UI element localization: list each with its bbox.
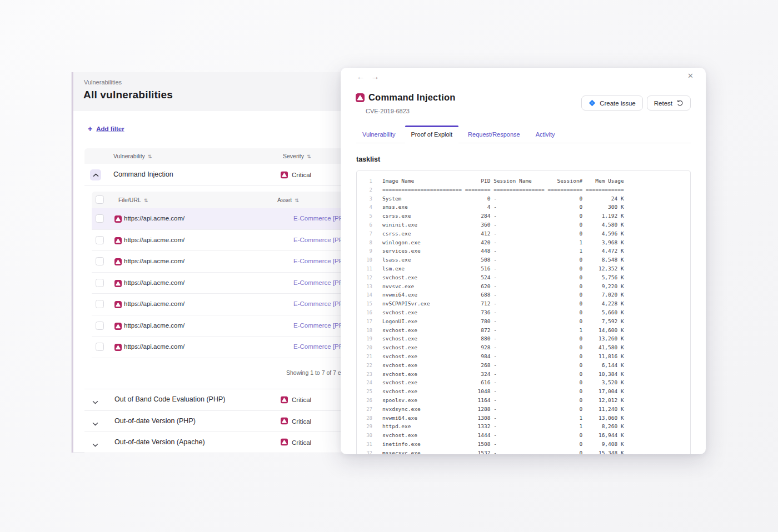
line-number: 15: [363, 301, 372, 307]
column-header-file-url[interactable]: File/URL⇅: [118, 197, 148, 203]
line-number: 3: [363, 196, 372, 202]
page-title: All vulnerabilities: [83, 89, 173, 101]
sort-icon: ⇅: [148, 154, 152, 159]
chevron-down-icon[interactable]: [92, 397, 98, 407]
url-row[interactable]: https://api.acme.com/ E-Commerce [PP]: [92, 230, 362, 252]
critical-severity-icon: [281, 171, 288, 178]
vulnerability-row-expanded[interactable]: Command Injection Critical: [84, 164, 362, 186]
asset-link[interactable]: E-Commerce [PP]: [293, 279, 345, 286]
select-all-checkbox[interactable]: [96, 195, 104, 204]
url-link[interactable]: https://api.acme.com/: [124, 215, 184, 222]
code-text: svchost.exe 524 - 0 5,756 K: [382, 274, 624, 280]
line-number: 22: [363, 363, 372, 368]
row-checkbox[interactable]: [96, 322, 104, 330]
critical-severity-icon: [281, 439, 288, 446]
chevron-down-icon[interactable]: [92, 419, 98, 429]
code-line: 2 ========================= ======== ===…: [363, 187, 684, 195]
code-text: nvvsvc.exe 620 - 0 9,220 K: [382, 283, 624, 289]
create-issue-button[interactable]: Create issue: [581, 96, 643, 111]
row-checkbox[interactable]: [96, 236, 104, 244]
line-number: 27: [363, 406, 372, 412]
url-row[interactable]: https://api.acme.com/ E-Commerce [PP]: [92, 315, 362, 337]
asset-link[interactable]: E-Commerce [PP]: [293, 300, 345, 307]
row-checkbox[interactable]: [96, 343, 104, 351]
row-checkbox[interactable]: [96, 257, 104, 265]
tab-label: Activity: [536, 131, 555, 138]
url-link[interactable]: https://api.acme.com/: [124, 237, 184, 243]
code-text: svchost.exe 268 - 0 6,144 K: [382, 362, 624, 368]
vulnerability-name: Out of Band Code Evaluation (PHP): [114, 395, 225, 403]
line-number: 30: [363, 433, 372, 438]
vulnerability-row[interactable]: Out of Band Code Evaluation (PHP) Critic…: [84, 389, 362, 410]
code-text: lsm.exe 516 - 0 12,352 K: [382, 265, 624, 272]
column-header-vulnerability[interactable]: Vulnerability⇅: [113, 153, 152, 159]
code-line: 3 System 0 - 0 24 K: [363, 195, 684, 204]
vulnerability-row[interactable]: Out-of-date Version (PHP) Critical: [84, 410, 362, 432]
code-line: 31 inetinfo.exe 1508 - 0 9,408 K: [363, 441, 684, 450]
line-number: 28: [363, 415, 372, 421]
vulnerability-row[interactable]: Out-of-date Version (Apache) Critical: [84, 431, 362, 453]
row-checkbox[interactable]: [96, 279, 104, 287]
vulnerability-detail-drawer: ← → ✕ Command Injection CVE-2019-6823 Cr…: [341, 68, 706, 454]
asset-link[interactable]: E-Commerce [PP]: [293, 322, 345, 329]
code-line: 16 svchost.exe 736 - 0 5,660 K: [363, 309, 684, 318]
asset-link[interactable]: E-Commerce [PP]: [293, 258, 345, 264]
column-header-severity[interactable]: Severity⇅: [283, 153, 311, 159]
url-link[interactable]: https://api.acme.com/: [124, 300, 184, 307]
code-line: 30 svchost.exe 1444 - 0 16,944 K: [363, 432, 684, 441]
asset-link[interactable]: E-Commerce [PP]: [293, 215, 345, 222]
url-link[interactable]: https://api.acme.com/: [124, 279, 184, 286]
add-filter-button[interactable]: + Add filter: [88, 125, 124, 133]
code-line: 19 svchost.exe 880 - 0 13,260 K: [363, 335, 684, 344]
code-line: 21 svchost.exe 984 - 0 11,816 K: [363, 353, 684, 362]
sort-icon: ⇅: [295, 198, 299, 203]
tab[interactable]: Activity: [530, 126, 561, 143]
tab[interactable]: Request/Response: [462, 126, 526, 143]
chevron-down-icon[interactable]: [92, 440, 98, 450]
code-text: spoolsv.exe 1164 - 0 12,012 K: [382, 397, 624, 403]
drawer-title-row: Command Injection: [356, 92, 456, 103]
column-header-asset[interactable]: Asset⇅: [277, 197, 299, 203]
line-number: 8: [363, 240, 372, 245]
close-icon[interactable]: ✕: [687, 72, 694, 80]
url-row[interactable]: https://api.acme.com/ E-Commerce [PP]: [92, 337, 362, 358]
code-line: 12 svchost.exe 524 - 0 5,756 K: [363, 274, 684, 283]
line-number: 26: [363, 398, 372, 403]
row-checkbox[interactable]: [96, 214, 104, 223]
code-line: 22 svchost.exe 268 - 0 6,144 K: [363, 362, 684, 371]
exploit-command-title: tasklist: [356, 155, 380, 163]
severity-label: Critical: [292, 397, 311, 403]
code-text: csrss.exe 284 - 0 1,192 K: [382, 213, 624, 219]
breadcrumb[interactable]: Vulnerabilities: [84, 79, 122, 86]
retest-button[interactable]: Retest: [647, 96, 691, 111]
asset-link[interactable]: E-Commerce [PP]: [293, 237, 345, 243]
url-row[interactable]: https://api.acme.com/ E-Commerce [PP]: [92, 251, 362, 273]
collapse-button[interactable]: [90, 169, 101, 180]
url-row[interactable]: https://api.acme.com/ E-Commerce [PP]: [92, 294, 362, 315]
tab-label: Proof of Exploit: [411, 131, 453, 138]
url-link[interactable]: https://api.acme.com/: [124, 322, 184, 329]
tab[interactable]: Vulnerability: [356, 126, 402, 143]
jira-icon: [589, 99, 596, 107]
back-arrow-icon[interactable]: ←: [355, 71, 366, 82]
line-number: 21: [363, 354, 372, 359]
code-line: 25 svchost.exe 1048 - 0 17,004 K: [363, 388, 684, 397]
severity-badge: Critical: [281, 439, 311, 446]
code-text: nvxdsync.exe 1288 - 0 11,240 K: [382, 406, 624, 412]
drawer-actions: Create issue Retest: [581, 96, 691, 111]
row-checkbox[interactable]: [96, 300, 104, 308]
code-line: 20 svchost.exe 928 - 0 41,580 K: [363, 344, 684, 353]
url-link[interactable]: https://api.acme.com/: [124, 258, 184, 264]
url-link[interactable]: https://api.acme.com/: [124, 343, 184, 350]
url-row[interactable]: https://api.acme.com/ E-Commerce [PP]: [92, 273, 362, 294]
code-text: svchost.exe 324 - 0 10,384 K: [382, 371, 624, 377]
vulnerability-app: Vulnerabilities All vulnerabilities + Ad…: [0, 0, 778, 532]
file-url-rows: https://api.acme.com/ E-Commerce [PP] ht…: [92, 208, 362, 358]
url-row[interactable]: https://api.acme.com/ E-Commerce [PP]: [92, 208, 362, 230]
forward-arrow-icon[interactable]: →: [370, 71, 381, 82]
code-line: 9 services.exe 448 - 1 4,472 K: [363, 248, 684, 257]
code-line: 29 httpd.exe 1332 - 1 8,260 K: [363, 423, 684, 432]
asset-link[interactable]: E-Commerce [PP]: [293, 343, 345, 350]
line-number: 1: [363, 178, 372, 184]
tab[interactable]: Proof of Exploit: [405, 126, 459, 143]
